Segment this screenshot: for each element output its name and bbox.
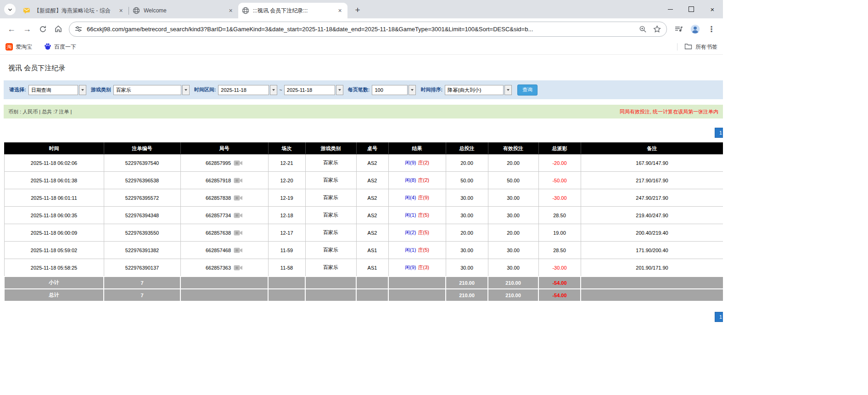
- payout: -20.00: [538, 154, 581, 172]
- video-replay-icon[interactable]: [234, 195, 243, 201]
- query-type-dropdown-arrow[interactable]: [79, 85, 86, 95]
- filter-label-sort-order: 时间排序:: [420, 86, 442, 93]
- url-bar[interactable]: 66cxkj98.com/game/betrecord_search/kind3…: [69, 22, 667, 37]
- date-start-dropdown-arrow[interactable]: [270, 85, 277, 95]
- toolbar-right: ⋮: [670, 21, 719, 37]
- date-start-select[interactable]: 2025-11-18: [218, 85, 277, 95]
- window-maximize-button[interactable]: [681, 0, 702, 18]
- bet-id: 522976393550: [104, 224, 180, 242]
- tab-title: 【新提醒】海燕策略论坛 - 综合: [34, 7, 114, 15]
- tab-bet-records-active[interactable]: :::视讯 会员下注纪录::: ×: [238, 3, 347, 18]
- note: 200.40/219.40: [581, 224, 723, 242]
- summary-label: 小计: [4, 276, 104, 289]
- refresh-button[interactable]: [35, 21, 50, 37]
- bookmarks-divider: [677, 43, 678, 51]
- table-header-cell: 注单编号: [104, 143, 180, 154]
- bookmark-baidu[interactable]: 百度一下: [44, 43, 76, 51]
- total-bet-link[interactable]: 20.00: [446, 154, 488, 172]
- site-settings-icon[interactable]: [75, 25, 82, 33]
- back-button[interactable]: ←: [4, 21, 19, 37]
- date-end-value[interactable]: 2025-11-18: [284, 85, 335, 95]
- total-bet-link[interactable]: 50.00: [446, 172, 488, 189]
- new-tab-button[interactable]: +: [351, 4, 364, 17]
- table-header-cell: 游戏类别: [305, 143, 356, 154]
- date-end-select[interactable]: 2025-11-18: [284, 85, 343, 95]
- pagination-page-button[interactable]: 1: [715, 128, 723, 138]
- result-cell: 闲(9)庄(3): [388, 259, 446, 277]
- search-button[interactable]: 查询: [517, 85, 538, 96]
- chevron-down-icon: [7, 7, 13, 12]
- bet-id: 522976397540: [104, 154, 180, 172]
- sort-order-dropdown-arrow[interactable]: [504, 85, 512, 95]
- bet-time: 2025-11-18 06:02:06: [4, 154, 104, 172]
- window-close-button[interactable]: ×: [702, 0, 723, 18]
- window-minimize-button[interactable]: [660, 0, 681, 18]
- date-start-value[interactable]: 2025-11-18: [218, 85, 269, 95]
- media-controls-icon[interactable]: [671, 21, 686, 37]
- video-replay-icon[interactable]: [234, 160, 243, 166]
- total-bet-link[interactable]: 30.00: [446, 207, 488, 224]
- tab-close-icon[interactable]: ×: [117, 7, 125, 15]
- total-bet-link[interactable]: 30.00: [446, 259, 488, 277]
- page-size-select[interactable]: 100: [372, 85, 416, 95]
- tab-welcome[interactable]: Welcome ×: [129, 3, 238, 18]
- query-type-select[interactable]: 日期查询: [28, 85, 86, 95]
- currency-summary-text: 币别 : 人民币 | 总共 :7 注单 |: [8, 108, 72, 115]
- valid-bet: 30.00: [488, 189, 538, 207]
- query-type-value[interactable]: 日期查询: [28, 85, 78, 95]
- home-button[interactable]: [50, 21, 66, 37]
- globe-icon: [242, 7, 249, 14]
- summary-empty: [180, 276, 268, 289]
- bookmark-aitaobao[interactable]: 淘 爱淘宝: [6, 43, 32, 51]
- valid-bet: 30.00: [488, 259, 538, 277]
- result-banker: 庄(3): [418, 265, 429, 270]
- note: 167.90/147.90: [581, 154, 723, 172]
- game-type-value[interactable]: 百家乐: [113, 85, 181, 95]
- table-header-cell: 备注: [581, 143, 723, 154]
- result-banker: 庄(5): [418, 247, 429, 253]
- result-player: 闲(4): [405, 195, 416, 200]
- result-player: 闲(8): [405, 177, 416, 183]
- result-player: 闲(1): [405, 212, 416, 218]
- video-replay-icon[interactable]: [234, 265, 243, 271]
- pagination-page-button[interactable]: 1: [715, 312, 723, 322]
- video-replay-icon[interactable]: [234, 177, 243, 184]
- bet-time: 2025-11-18 05:59:02: [4, 242, 104, 259]
- page-size-dropdown-arrow[interactable]: [409, 85, 416, 95]
- profile-icon[interactable]: [687, 21, 703, 37]
- summary-empty: [268, 289, 305, 301]
- game-type-dropdown-arrow[interactable]: [182, 85, 190, 95]
- tab-search-button[interactable]: [4, 4, 16, 15]
- tab-close-icon[interactable]: ×: [227, 7, 235, 15]
- total-bet-link[interactable]: 20.00: [446, 224, 488, 242]
- bookmark-star-icon[interactable]: [653, 25, 661, 33]
- tab-title: Welcome: [144, 7, 224, 14]
- total-bet-link[interactable]: 30.00: [446, 189, 488, 207]
- round-cell: 662857734: [180, 207, 268, 224]
- video-replay-icon[interactable]: [234, 247, 243, 254]
- forward-button[interactable]: →: [19, 21, 35, 37]
- sort-order-value[interactable]: 降幂(由大到小): [445, 85, 504, 95]
- url-text[interactable]: 66cxkj98.com/game/betrecord_search/kind3…: [87, 26, 639, 33]
- sort-order-select[interactable]: 降幂(由大到小): [445, 85, 512, 95]
- game-type-select[interactable]: 百家乐: [113, 85, 190, 95]
- video-replay-icon[interactable]: [234, 230, 243, 236]
- table-header-cell: 总派彩: [538, 143, 581, 154]
- page-size-value[interactable]: 100: [372, 85, 408, 95]
- taobao-icon: 淘: [6, 43, 13, 51]
- total-bet-link[interactable]: 30.00: [446, 242, 488, 259]
- menu-dots-icon[interactable]: ⋮: [704, 21, 719, 37]
- session: 11-58: [268, 259, 305, 277]
- tab-forum[interactable]: 【新提醒】海燕策略论坛 - 综合 ×: [19, 3, 129, 18]
- summary-empty: [388, 289, 446, 301]
- zoom-icon[interactable]: [639, 25, 647, 33]
- all-bookmarks[interactable]: 所有书签: [677, 43, 717, 51]
- tab-close-icon[interactable]: ×: [336, 7, 344, 15]
- result-cell: 闲(1)庄(5): [388, 242, 446, 259]
- bet-id: 522976391382: [104, 242, 180, 259]
- date-end-dropdown-arrow[interactable]: [336, 85, 343, 95]
- video-replay-icon[interactable]: [234, 212, 243, 219]
- summary-empty: [356, 289, 388, 301]
- dropdown-arrow-icon: [185, 89, 187, 91]
- dropdown-arrow-icon: [338, 89, 341, 91]
